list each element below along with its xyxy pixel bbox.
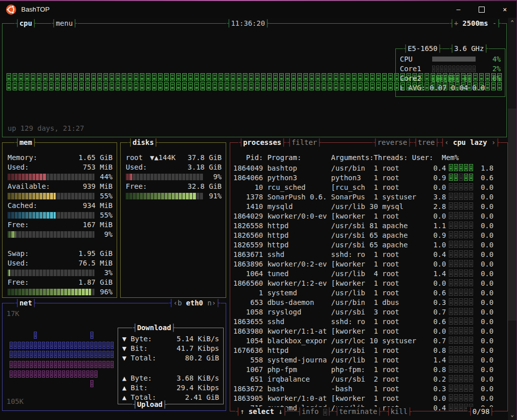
sort-prev-button[interactable]: ‹ [444, 138, 448, 146]
graph-cell [140, 73, 144, 81]
process-row[interactable]: 1 systemd /usr/lib 1 root 0.6 0.0 [233, 288, 504, 297]
processes-box-title[interactable]: processes [238, 138, 286, 147]
graph-cell [459, 231, 463, 238]
info-button[interactable]: info [297, 407, 332, 416]
process-row[interactable]: 1826560 httpd /usr/sbi 65 apache 0.9 0.0 [233, 230, 504, 240]
process-row[interactable]: 1866560 kworker/1:2-ev [kworker 1 root 0… [233, 278, 504, 288]
interval-minus-button[interactable]: - [492, 19, 496, 27]
net-scale-top: 17K [7, 309, 19, 318]
process-cpu-value: 0.0 [475, 365, 493, 374]
scrollbar-up-icon[interactable]: ⌃ [508, 19, 516, 27]
process-row[interactable]: 10 rcu_sched [rcu_sch 1 root 0.0 0.0 [233, 182, 504, 192]
net-next-device-button[interactable]: n› [208, 299, 216, 307]
graph-cell [10, 342, 13, 349]
download-arrow-icon: ▼ [122, 344, 131, 352]
graph-cell [22, 371, 25, 378]
graph-cell [469, 241, 473, 248]
graph-cell [34, 351, 37, 358]
process-row[interactable]: 1410 mysqld /usr/lib 30 mysql 2.8 0.0 [233, 201, 504, 211]
graph-cell [346, 82, 350, 90]
graph-cell [358, 73, 363, 81]
scrollbar-down-icon[interactable]: ⌄ [508, 411, 516, 419]
cpu-box-title[interactable]: cpu [15, 19, 37, 28]
process-row[interactable]: 1863980 kworker/1:1-at [kworker 1 root 0… [233, 326, 504, 336]
update-interval-control[interactable]: + 2500ms - [449, 19, 501, 28]
process-cpu-graph [449, 289, 475, 296]
graph-cell [459, 289, 463, 296]
process-row[interactable]: 1064 tuned /usr/lib 4 root 1.4 0.0 [233, 269, 504, 278]
net-prev-device-button[interactable]: ‹b [173, 299, 182, 307]
select-up-arrow[interactable]: ↑ [240, 407, 244, 415]
usage-bar [8, 289, 94, 295]
sort-next-button[interactable]: › [491, 138, 495, 146]
graph-cell [303, 73, 308, 81]
graph-cell [464, 164, 468, 171]
process-row[interactable]: 1826559 httpd /usr/sbi 65 apache 1.0 0.0 [233, 240, 504, 249]
graph-cell [309, 73, 314, 81]
process-row[interactable]: 1054 blackbox_expor /usr/loc 10 systuser… [233, 336, 504, 345]
graph-cell [18, 342, 21, 349]
disks-box-title[interactable]: disks [128, 138, 159, 147]
process-row[interactable]: 1864049 bashtop /usr/bin 1 root 0.4 1.8 [233, 163, 504, 173]
process-row-text: 1864029 kworker/0:0-ev [kworker 1 root 0… [233, 212, 446, 220]
select-control[interactable]: ↑ select ↓ [235, 407, 287, 416]
scrollbar[interactable]: ⌃ ⌄ [508, 18, 516, 420]
graph-cell [454, 337, 458, 344]
process-cpu-value: 0.0 [475, 394, 493, 402]
process-row[interactable]: 1058 rsyslogd /usr/sbi 3 root 0.7 0.0 [233, 307, 504, 317]
graph-cell [469, 174, 473, 181]
missing-glyph-icon [323, 409, 327, 415]
process-row[interactable]: 1676636 httpd /usr/sbi 1 root 0.8 0.0 [233, 345, 504, 355]
cpu-box: cpu menu 11:36:20 + 2500ms - E5-1650 3.6… [2, 23, 507, 137]
graph-cell [469, 222, 473, 229]
cpu-total-label: CPU [400, 55, 412, 63]
graph-cell [454, 260, 458, 267]
scrollbar-thumb[interactable] [508, 109, 516, 321]
interval-plus-button[interactable]: + [454, 19, 458, 27]
graph-cell [464, 346, 468, 353]
terminate-button[interactable]: terminate [334, 407, 382, 416]
reverse-button[interactable]: reverse [373, 138, 412, 147]
disk-io-indicator: ▼▲144K [150, 153, 176, 163]
graph-cell [82, 342, 85, 349]
graph-cell [37, 82, 41, 90]
process-row[interactable]: 1863905 kworker/1:0-at [kworker 1 root 0… [233, 393, 504, 403]
graph-cell [464, 337, 468, 344]
process-row[interactable]: 1067 php-fpm php-fpm: 1 root 0.8 0.0 [233, 364, 504, 374]
process-row[interactable]: 1826558 httpd /usr/sbi 81 apache 1.1 0.0 [233, 221, 504, 230]
process-row[interactable]: 1864029 kworker/0:0-ev [kworker 1 root 0… [233, 211, 504, 221]
graph-cell [74, 371, 77, 378]
graph-cell [469, 337, 473, 344]
kill-button[interactable]: kill [386, 407, 412, 416]
graph-cell [34, 371, 37, 378]
process-row[interactable]: 558 systemd-journa /usr/lib 1 root 1.4 0… [233, 355, 504, 364]
graph-cell [449, 231, 453, 238]
process-row[interactable]: 651 irqbalance /usr/sbi 2 root 0.2 0.0 [233, 374, 504, 384]
graph-cell [86, 371, 89, 378]
tree-button[interactable]: tree [413, 138, 440, 147]
mem-box-title[interactable]: mem [15, 138, 37, 147]
process-row[interactable]: 1864066 python3 python3 1 root 0.9 0.6 [233, 173, 504, 182]
process-row[interactable]: 1863655 sshd sshd: ro 1 root 0.6 0.0 [233, 317, 504, 326]
process-row[interactable]: 1863672 bash -bash 1 root 0.3 0.0 [233, 384, 504, 393]
maximize-button[interactable] [470, 1, 493, 18]
net-box-title[interactable]: net [15, 298, 37, 307]
graph-cell [459, 298, 463, 305]
net-stat-label: Byte: [131, 374, 152, 382]
process-row[interactable]: 1863896 kworker/0:2-ev [kworker 1 root 0… [233, 259, 504, 269]
process-row[interactable]: 653 dbus-daemon /usr/bin 1 dbus 0.3 0.0 [233, 297, 504, 307]
graph-cell [90, 380, 93, 387]
menu-button[interactable]: menu [51, 19, 78, 28]
core1-graph [432, 66, 493, 74]
minimize-button[interactable]: — [447, 1, 470, 18]
graph-cell [90, 361, 93, 368]
process-cpu-graph [449, 260, 475, 268]
graph-cell [454, 250, 458, 257]
graph-cell [449, 164, 453, 171]
process-row[interactable]: 1863671 sshd sshd: ro 1 root 0.4 0.0 [233, 249, 504, 259]
graph-cell [22, 351, 25, 358]
close-button[interactable]: ✕ [493, 1, 516, 18]
filter-button[interactable]: filter [287, 138, 322, 147]
select-down-arrow[interactable]: ↓ [278, 407, 282, 415]
process-row[interactable]: 1378 SonarPush 0.6. SonarPus 1 systuser … [233, 192, 504, 201]
